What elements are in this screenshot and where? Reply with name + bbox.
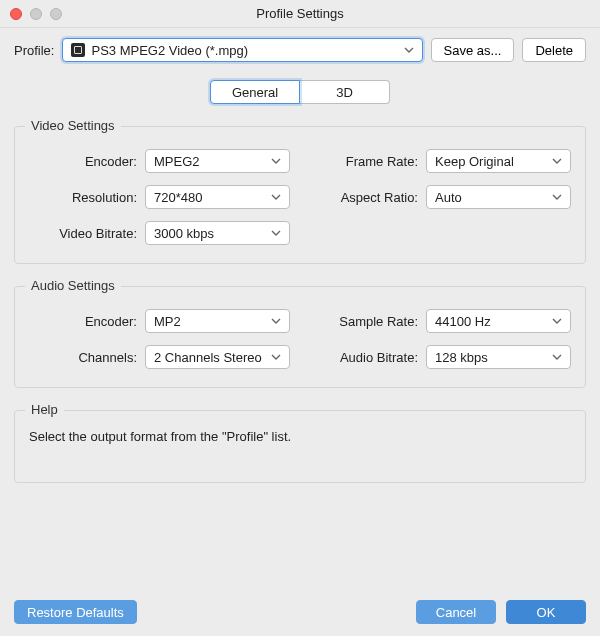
- ok-button[interactable]: OK: [506, 600, 586, 624]
- chevron-down-icon: [552, 354, 562, 360]
- restore-defaults-button[interactable]: Restore Defaults: [14, 600, 137, 624]
- window-title: Profile Settings: [256, 6, 343, 21]
- profile-format-icon: [71, 43, 85, 57]
- profile-row: Profile: PS3 MPEG2 Video (*.mpg) Save as…: [14, 38, 586, 62]
- tabs: General 3D: [210, 80, 390, 104]
- help-group: Help Select the output format from the "…: [14, 410, 586, 483]
- video-settings-title: Video Settings: [25, 118, 121, 133]
- video-bitrate-value: 3000 kbps: [154, 226, 214, 241]
- aspect-ratio-label: Aspect Ratio:: [310, 190, 418, 205]
- audio-bitrate-select[interactable]: 128 kbps: [426, 345, 571, 369]
- sample-rate-select[interactable]: 44100 Hz: [426, 309, 571, 333]
- audio-encoder-value: MP2: [154, 314, 181, 329]
- footer: Restore Defaults Cancel OK: [0, 588, 600, 636]
- tab-general[interactable]: General: [210, 80, 300, 104]
- zoom-window-button: [50, 8, 62, 20]
- profile-select[interactable]: PS3 MPEG2 Video (*.mpg): [62, 38, 422, 62]
- minimize-window-button: [30, 8, 42, 20]
- chevron-down-icon: [271, 194, 281, 200]
- aspect-ratio-value: Auto: [435, 190, 462, 205]
- delete-button[interactable]: Delete: [522, 38, 586, 62]
- video-settings-group: Video Settings Encoder: MPEG2 Frame Rate…: [14, 126, 586, 264]
- audio-encoder-select[interactable]: MP2: [145, 309, 290, 333]
- channels-label: Channels:: [29, 350, 137, 365]
- close-window-button[interactable]: [10, 8, 22, 20]
- window-controls: [10, 8, 62, 20]
- cancel-button[interactable]: Cancel: [416, 600, 496, 624]
- chevron-down-icon: [552, 318, 562, 324]
- audio-settings-group: Audio Settings Encoder: MP2 Sample Rate:…: [14, 286, 586, 388]
- chevron-down-icon: [552, 158, 562, 164]
- save-as-button[interactable]: Save as...: [431, 38, 515, 62]
- audio-encoder-label: Encoder:: [29, 314, 137, 329]
- sample-rate-value: 44100 Hz: [435, 314, 491, 329]
- audio-bitrate-label: Audio Bitrate:: [310, 350, 418, 365]
- channels-select[interactable]: 2 Channels Stereo: [145, 345, 290, 369]
- titlebar: Profile Settings: [0, 0, 600, 28]
- chevron-down-icon: [271, 354, 281, 360]
- video-encoder-select[interactable]: MPEG2: [145, 149, 290, 173]
- frame-rate-value: Keep Original: [435, 154, 514, 169]
- chevron-down-icon: [552, 194, 562, 200]
- channels-value: 2 Channels Stereo: [154, 350, 262, 365]
- video-encoder-value: MPEG2: [154, 154, 200, 169]
- audio-settings-title: Audio Settings: [25, 278, 121, 293]
- resolution-select[interactable]: 720*480: [145, 185, 290, 209]
- chevron-down-icon: [404, 47, 414, 53]
- help-title: Help: [25, 402, 64, 417]
- profile-label: Profile:: [14, 43, 54, 58]
- chevron-down-icon: [271, 230, 281, 236]
- video-encoder-label: Encoder:: [29, 154, 137, 169]
- chevron-down-icon: [271, 318, 281, 324]
- profile-select-value: PS3 MPEG2 Video (*.mpg): [91, 43, 248, 58]
- sample-rate-label: Sample Rate:: [310, 314, 418, 329]
- chevron-down-icon: [271, 158, 281, 164]
- audio-bitrate-value: 128 kbps: [435, 350, 488, 365]
- video-bitrate-select[interactable]: 3000 kbps: [145, 221, 290, 245]
- tab-3d[interactable]: 3D: [300, 80, 390, 104]
- video-bitrate-label: Video Bitrate:: [29, 226, 137, 241]
- frame-rate-select[interactable]: Keep Original: [426, 149, 571, 173]
- resolution-label: Resolution:: [29, 190, 137, 205]
- frame-rate-label: Frame Rate:: [310, 154, 418, 169]
- help-text: Select the output format from the "Profi…: [29, 429, 571, 444]
- aspect-ratio-select[interactable]: Auto: [426, 185, 571, 209]
- resolution-value: 720*480: [154, 190, 202, 205]
